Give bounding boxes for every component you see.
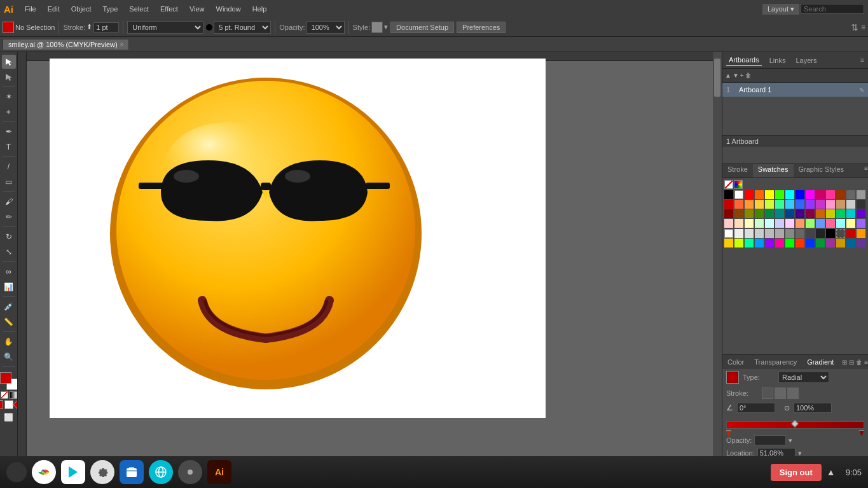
tab-swatches[interactable]: Swatches (753, 164, 794, 178)
swatch-violet[interactable] (816, 200, 825, 209)
swatch-silver[interactable] (846, 200, 855, 209)
swatch-burgundy[interactable] (806, 209, 815, 218)
swatch-orange[interactable] (755, 190, 764, 199)
swatch-carnation[interactable] (826, 219, 835, 228)
swatch-forest[interactable] (765, 209, 774, 218)
tab-transparency[interactable]: Transparency (749, 357, 802, 367)
white-swatch[interactable] (4, 400, 13, 409)
aspect-input[interactable]: 100% (794, 403, 832, 413)
swatch-lpink[interactable] (826, 200, 835, 209)
document-tab[interactable]: smiley.ai @ 100% (CMYK/Preview) × (3, 39, 129, 50)
swatch-seafoam[interactable] (745, 239, 754, 247)
tab-graphic-styles[interactable]: Graphic Styles (794, 164, 850, 178)
swatch-lime[interactable] (765, 200, 774, 209)
gradient-stop-left[interactable] (726, 430, 731, 436)
gradient-stop-right[interactable] (859, 430, 864, 436)
stroke-type-select[interactable]: Uniform Width Profile 1 (127, 21, 203, 34)
swatch-dimgray[interactable] (796, 229, 804, 238)
swatch-sunflower[interactable] (724, 239, 733, 247)
magic-wand-tool[interactable]: ✶ (2, 90, 16, 104)
menu-effect[interactable]: Effect (155, 4, 183, 14)
swatch-plum[interactable] (765, 239, 774, 247)
swatch-maroon[interactable] (724, 209, 733, 218)
stroke-icon-3[interactable] (787, 387, 799, 399)
tab-layers[interactable]: Layers (793, 55, 819, 66)
swatch-cyan[interactable] (785, 190, 794, 199)
panel-menu-btn[interactable]: ≡ (860, 57, 864, 64)
swatch-amber[interactable] (745, 200, 754, 209)
gradient-menu-btn[interactable]: ≡ (864, 359, 868, 366)
swatch-cream[interactable] (745, 219, 754, 228)
artboard-edit-btn[interactable]: ✎ (859, 87, 864, 94)
menu-file[interactable]: File (20, 4, 41, 14)
swatch-grape[interactable] (857, 209, 865, 218)
tab-gradient[interactable]: Gradient (802, 357, 839, 367)
swatch-slate[interactable] (785, 229, 794, 238)
swatch-gold[interactable] (755, 200, 764, 209)
gradient-delete-btn[interactable]: 🗑 (856, 359, 862, 366)
gradient-swatch[interactable] (10, 391, 17, 399)
pencil-tool[interactable]: ✏ (2, 210, 16, 224)
stroke-icon-1[interactable] (762, 387, 773, 399)
swatch-lgray[interactable] (857, 190, 865, 199)
swatch-black2[interactable] (826, 229, 835, 238)
menu-select[interactable]: Select (124, 4, 154, 14)
gradient-preview[interactable] (726, 371, 739, 384)
swatch-purple[interactable] (806, 200, 815, 209)
tab-stroke[interactable]: Stroke (722, 164, 753, 178)
swatch-rose[interactable] (724, 219, 733, 228)
swatch-chartreuse[interactable] (806, 219, 815, 228)
preferences-button[interactable]: Preferences (457, 22, 506, 33)
vertical-scrollbar[interactable] (713, 52, 722, 463)
line-tool[interactable]: / (2, 160, 16, 174)
swatch-lavender[interactable] (775, 219, 784, 228)
swatch-deepviolet[interactable] (857, 239, 865, 247)
swatch-darkgray[interactable] (857, 200, 865, 209)
swatch-darkgray2[interactable] (806, 229, 815, 238)
sign-out-button[interactable]: Sign out (771, 464, 822, 481)
artboard-delete-btn[interactable]: 🗑 (745, 72, 752, 79)
bar-chart-tool[interactable]: 📊 (2, 280, 16, 294)
swatch-nearblack[interactable] (816, 229, 825, 238)
tab-close-btn[interactable]: × (120, 41, 123, 48)
swatch-ice[interactable] (836, 219, 845, 228)
opacity-dropdown-arrow[interactable]: ▾ (789, 436, 792, 445)
swatch-blue[interactable] (796, 190, 804, 199)
gradient-type-select[interactable]: Radial Linear (778, 372, 829, 383)
swatch-tangerine[interactable] (857, 229, 865, 238)
menu-help[interactable]: Help (247, 4, 272, 14)
gradient-new-btn[interactable]: ⊞ (842, 359, 847, 366)
swatch-red[interactable] (745, 190, 754, 199)
swatch-coral[interactable] (796, 219, 804, 228)
swatch-none[interactable] (724, 180, 733, 189)
swatch-rust[interactable] (816, 209, 825, 218)
swatch-mustard[interactable] (826, 209, 835, 218)
tab-color[interactable]: Color (722, 357, 749, 367)
pen-tool[interactable]: ✒ (2, 125, 16, 139)
swatch-sienna[interactable] (734, 209, 743, 218)
menu-edit[interactable]: Edit (43, 4, 65, 14)
swatch-mint[interactable] (775, 200, 784, 209)
swatch-cerulean[interactable] (755, 239, 764, 247)
swatch-emerald[interactable] (836, 209, 845, 218)
foreground-swatch[interactable] (0, 372, 11, 384)
swatch-snow[interactable] (734, 229, 743, 238)
swatch-peach[interactable] (734, 219, 743, 228)
selection-tool[interactable] (2, 55, 16, 69)
hand-tool[interactable]: ✋ (2, 335, 16, 349)
taskbar-circle-btn[interactable] (6, 462, 27, 482)
artboard-new-btn[interactable]: + (740, 72, 744, 79)
zoom-tool[interactable]: 🔍 (2, 350, 16, 364)
swatch-vermillion[interactable] (796, 239, 804, 247)
swatch-thistle[interactable] (785, 219, 794, 228)
document-setup-button[interactable]: Document Setup (390, 22, 454, 33)
swatch-orchid[interactable] (826, 239, 835, 247)
swatch-bronze[interactable] (836, 239, 845, 247)
swatch-azure[interactable] (765, 219, 774, 228)
measure-tool[interactable]: 📏 (2, 315, 16, 329)
angle-input[interactable]: 0° (737, 403, 775, 413)
swatch-salmon[interactable] (734, 200, 743, 209)
artboard-down-btn[interactable]: ▼ (733, 72, 739, 79)
menu-window[interactable]: Window (211, 4, 246, 14)
swatch-periwinkle[interactable] (816, 219, 825, 228)
